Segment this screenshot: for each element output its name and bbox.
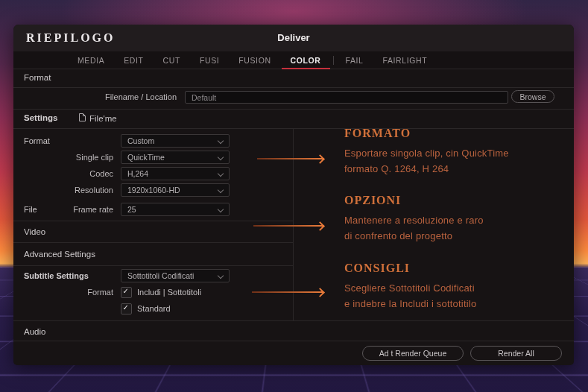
chevron-down-icon	[218, 154, 224, 160]
render-all-button[interactable]: Render All	[470, 346, 562, 361]
subtitle-format-row: Format Includi | Sottotitoli	[13, 285, 293, 299]
annotation-line: di confrento del progetto	[344, 228, 571, 244]
arrow-icon-consigli	[252, 291, 323, 293]
checkbox-label: Includi | Sottotitoli	[137, 285, 201, 299]
single-clip-row: Single clip QuickTime	[13, 151, 293, 164]
annotation-title: CONSIGLI	[344, 261, 571, 276]
resolution-dropdown[interactable]: 1920x1060-HD	[121, 183, 230, 197]
tab-fusion[interactable]: FUSION	[229, 51, 280, 69]
filename-label: Filename / Location	[13, 92, 177, 101]
tab-divider	[333, 56, 334, 65]
group-label-format: Format	[24, 134, 50, 148]
frame-rate-label: Frame rate	[13, 203, 113, 216]
annotation-opzioni: OPZIONI Mantenere a resoluzione e raro d…	[293, 193, 571, 244]
annotation-line: Scegliere Sottotitoli Codificati	[344, 280, 571, 296]
annotation-consigli: CONSIGLI Scegliere Sottotitoli Codificat…	[293, 261, 571, 312]
section-header-video[interactable]: Video	[13, 221, 293, 243]
resolution-label: Resolution	[13, 183, 113, 197]
format-row: Format Custom	[13, 134, 293, 148]
tab-fail[interactable]: FAIL	[336, 51, 373, 69]
filename-row: Filename / Location Browse	[13, 87, 574, 110]
chevron-down-icon	[218, 171, 224, 177]
section-header-format[interactable]: Format	[13, 69, 574, 88]
checkbox-standard[interactable]	[121, 303, 132, 314]
arrow-icon-opzioni	[253, 225, 323, 227]
dropdown-value: Custom	[127, 136, 154, 145]
settings-title: Settings	[24, 113, 57, 122]
resolution-row: Resolution 1920x1060-HD	[13, 183, 293, 197]
chevron-down-icon	[218, 206, 224, 212]
frame-rate-dropdown[interactable]: 25	[121, 203, 230, 216]
annotation-formato: FORMATO Esportare singola clip, cin Quic…	[293, 126, 571, 177]
file-chip[interactable]: File'me	[78, 113, 117, 124]
browse-button[interactable]: Browse	[511, 90, 554, 103]
chevron-down-icon	[218, 138, 224, 144]
dropdown-value: Sottotitoli Codificati	[127, 271, 194, 280]
dropdown-value: H,264	[127, 169, 148, 178]
codec-row: Codec H,264	[13, 167, 293, 180]
tab-edit[interactable]: EDIT	[114, 51, 153, 69]
document-icon	[78, 113, 86, 124]
tab-fairlight[interactable]: FAIRLIGHT	[373, 51, 437, 69]
deliver-window: RIEPILOGO Deliver MEDIA EDIT CUT FUSI FU…	[13, 25, 574, 365]
page-title: Deliver	[13, 32, 574, 43]
tab-cut[interactable]: CUT	[154, 51, 190, 69]
annotation-line: e indebre la Includi i sottotitilo	[344, 296, 571, 312]
screen-background: RIEPILOGO Deliver MEDIA EDIT CUT FUSI FU…	[0, 0, 588, 392]
annotation-line: formato Q. 1264, H 264	[344, 161, 571, 177]
codec-label: Codec	[13, 167, 113, 180]
tab-color-active[interactable]: COLOR	[281, 51, 331, 69]
chevron-down-icon	[218, 187, 224, 193]
subtitle-settings-row: Subtitle Settings Sottotitoli Codificati	[13, 269, 293, 282]
dropdown-value: 1920x1060-HD	[127, 186, 180, 195]
annotation-line: Mantenere a resoluzione e raro	[344, 212, 571, 228]
checkbox-includi-sottotitoli[interactable]	[121, 287, 132, 298]
subtitle-format-label: Format	[13, 285, 113, 299]
frame-rate-row: File Frame rate 25	[13, 203, 293, 216]
tab-fusi[interactable]: FUSI	[190, 51, 229, 69]
filename-input[interactable]	[185, 91, 508, 104]
page-tab-bar: MEDIA EDIT CUT FUSI FUSION COLOR FAIL FA…	[13, 51, 574, 69]
tab-media[interactable]: MEDIA	[68, 51, 114, 69]
title-bar: RIEPILOGO Deliver	[13, 25, 574, 52]
codec-dropdown[interactable]: H,264	[121, 167, 230, 180]
annotation-title: OPZIONI	[344, 193, 571, 208]
annotation-line: Esportare singola clip, cin QuickTime	[344, 145, 571, 161]
format-dropdown[interactable]: Custom	[121, 134, 230, 148]
footer-bar: Ad t Render Queue Render All	[13, 341, 574, 365]
single-clip-label: Single clip	[13, 151, 113, 164]
add-to-render-queue-button[interactable]: Ad t Render Queue	[362, 346, 464, 361]
annotation-title: FORMATO	[344, 126, 571, 141]
section-header-advanced-settings[interactable]: Advanced Settings	[13, 243, 293, 266]
checkbox-label: Standard	[137, 302, 171, 315]
arrow-icon-formato	[257, 158, 323, 159]
file-chip-label: File'me	[89, 114, 117, 123]
section-header-audio[interactable]: Audio	[13, 320, 574, 341]
single-clip-dropdown[interactable]: QuickTime	[121, 151, 230, 164]
subtitle-dropdown[interactable]: Sottotitoli Codificati	[121, 269, 230, 282]
subtitle-settings-label: Subtitle Settings	[24, 269, 89, 282]
dropdown-value: QuickTime	[127, 153, 165, 162]
chevron-down-icon	[218, 273, 224, 279]
dropdown-value: 25	[127, 205, 136, 214]
standard-row: Standard	[13, 302, 293, 315]
